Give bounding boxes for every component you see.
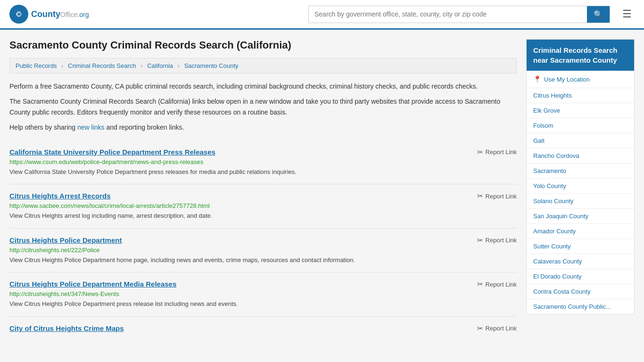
scissors-icon: ✂ — [477, 324, 483, 333]
result-header: California State University Police Depar… — [9, 148, 517, 156]
list-item: Amador County — [527, 224, 634, 239]
result-description: View Citrus Heights Police Department ho… — [9, 255, 517, 265]
result-item: Citrus Heights Arrest Records ✂ Report L… — [9, 184, 517, 229]
sidebar-link-calaveras-county[interactable]: Calaveras County — [527, 254, 634, 269]
breadcrumb-criminal-records-search[interactable]: Criminal Records Search — [68, 62, 136, 69]
list-item: Calaveras County — [527, 254, 634, 269]
result-url: http://citrusheights.net/222/Police — [9, 247, 517, 254]
scissors-icon: ✂ — [477, 148, 483, 156]
list-item: Elk Grove — [527, 103, 634, 118]
main-layout: Sacramento County Criminal Records Searc… — [0, 30, 644, 350]
breadcrumb-california[interactable]: California — [147, 62, 173, 69]
logo-link[interactable]: CountyOffice.org — [9, 5, 89, 24]
sidebar-link-sacramento-county-public[interactable]: Sacramento County Public... — [527, 299, 634, 314]
search-button[interactable]: 🔍 — [587, 6, 610, 23]
description-3: Help others by sharing new links and rep… — [9, 122, 517, 132]
sidebar-box: Criminal Records Search near Sacramento … — [526, 39, 635, 314]
sidebar-link-rancho-cordova[interactable]: Rancho Cordova — [527, 148, 634, 163]
result-description: View California State University Police … — [9, 167, 517, 177]
hamburger-icon: ☰ — [622, 8, 632, 20]
sidebar-link-contra-costa-county[interactable]: Contra Costa County — [527, 284, 634, 299]
result-title-link[interactable]: City of Citrus Heights Crime Maps — [9, 324, 124, 332]
search-input[interactable] — [309, 6, 587, 23]
sidebar-link-folsom[interactable]: Folsom — [527, 118, 634, 133]
result-url: http://citrusheights.net/347/News-Events — [9, 290, 517, 297]
description-2: The Sacramento County Criminal Records S… — [9, 96, 517, 117]
description-block: Perform a free Sacramento County, CA pub… — [9, 81, 517, 133]
search-bar: 🔍 — [308, 6, 610, 23]
page-title: Sacramento County Criminal Records Searc… — [9, 39, 517, 51]
list-item: Folsom — [527, 118, 634, 133]
use-my-location-button[interactable]: 📍 Use My Location — [527, 71, 634, 88]
result-header: City of Citrus Heights Crime Maps ✂ Repo… — [9, 324, 517, 333]
site-header: CountyOffice.org 🔍 ☰ — [0, 0, 644, 30]
sidebar-link-galt[interactable]: Galt — [527, 133, 634, 148]
result-list: California State University Police Depar… — [9, 140, 517, 340]
sidebar-link-el-dorado-county[interactable]: El Dorado County — [527, 269, 634, 284]
sidebar-link-sacramento[interactable]: Sacramento — [527, 164, 634, 178]
result-item: City of Citrus Heights Crime Maps ✂ Repo… — [9, 317, 517, 340]
result-header: Citrus Heights Arrest Records ✂ Report L… — [9, 192, 517, 200]
result-title-link[interactable]: California State University Police Depar… — [9, 148, 215, 156]
scissors-icon: ✂ — [477, 192, 483, 200]
breadcrumb: Public Records › Criminal Records Search… — [9, 58, 517, 74]
sidebar-link-solano-county[interactable]: Solano County — [527, 194, 634, 208]
result-description: View Citrus Heights Police Department pr… — [9, 299, 517, 309]
logo-icon — [9, 5, 28, 24]
scissors-icon: ✂ — [477, 236, 483, 245]
list-item: El Dorado County — [527, 269, 634, 284]
result-title-link[interactable]: Citrus Heights Police Department Media R… — [9, 280, 176, 288]
breadcrumb-public-records[interactable]: Public Records — [16, 62, 57, 69]
list-item: San Joaquin County — [527, 209, 634, 224]
list-item: Sacramento — [527, 164, 634, 179]
report-link-button[interactable]: ✂ Report Link — [477, 148, 517, 156]
result-description: View Citrus Heights arrest log including… — [9, 211, 517, 221]
search-icon: 🔍 — [594, 10, 603, 18]
scissors-icon: ✂ — [477, 280, 483, 288]
list-item: Rancho Cordova — [527, 148, 634, 164]
result-item: Citrus Heights Police Department Media R… — [9, 272, 517, 317]
sidebar: Criminal Records Search near Sacramento … — [526, 39, 635, 340]
list-item: Yolo County — [527, 179, 634, 194]
list-item: Sacramento County Public... — [527, 299, 634, 314]
sidebar-links-list: Citrus Heights Elk Grove Folsom Galt Ran… — [527, 88, 634, 314]
description-1: Perform a free Sacramento County, CA pub… — [9, 81, 517, 91]
sidebar-link-amador-county[interactable]: Amador County — [527, 224, 634, 239]
sidebar-link-sutter-county[interactable]: Sutter County — [527, 239, 634, 254]
breadcrumb-sacramento-county[interactable]: Sacramento County — [184, 62, 239, 69]
report-link-button[interactable]: ✂ Report Link — [477, 280, 517, 288]
report-link-button[interactable]: ✂ Report Link — [477, 192, 517, 200]
result-url: https://www.csum.edu/web/police-departme… — [9, 158, 517, 165]
logo-text: CountyOffice.org — [31, 9, 89, 19]
sidebar-link-san-joaquin-county[interactable]: San Joaquin County — [527, 209, 634, 223]
list-item: Citrus Heights — [527, 88, 634, 103]
result-url: http://www.sacbee.com/news/local/crime/l… — [9, 202, 517, 209]
result-header: Citrus Heights Police Department Media R… — [9, 280, 517, 288]
new-links-link[interactable]: new links — [77, 123, 105, 131]
list-item: Solano County — [527, 194, 634, 209]
list-item: Sutter County — [527, 239, 634, 254]
main-content: Sacramento County Criminal Records Searc… — [9, 39, 517, 340]
result-item: Citrus Heights Police Department ✂ Repor… — [9, 229, 517, 273]
pin-icon: 📍 — [533, 75, 541, 83]
sidebar-title: Criminal Records Search near Sacramento … — [527, 40, 634, 71]
svg-point-0 — [14, 9, 24, 19]
list-item: Contra Costa County — [527, 284, 634, 299]
sidebar-link-yolo-county[interactable]: Yolo County — [527, 179, 634, 193]
report-link-button[interactable]: ✂ Report Link — [477, 324, 517, 333]
result-title-link[interactable]: Citrus Heights Arrest Records — [9, 192, 111, 200]
hamburger-menu-button[interactable]: ☰ — [619, 5, 635, 23]
result-title-link[interactable]: Citrus Heights Police Department — [9, 236, 122, 244]
report-link-button[interactable]: ✂ Report Link — [477, 236, 517, 245]
result-header: Citrus Heights Police Department ✂ Repor… — [9, 236, 517, 245]
sidebar-link-elk-grove[interactable]: Elk Grove — [527, 103, 634, 118]
list-item: Galt — [527, 133, 634, 148]
sidebar-link-citrus-heights[interactable]: Citrus Heights — [527, 88, 634, 103]
result-item: California State University Police Depar… — [9, 140, 517, 185]
